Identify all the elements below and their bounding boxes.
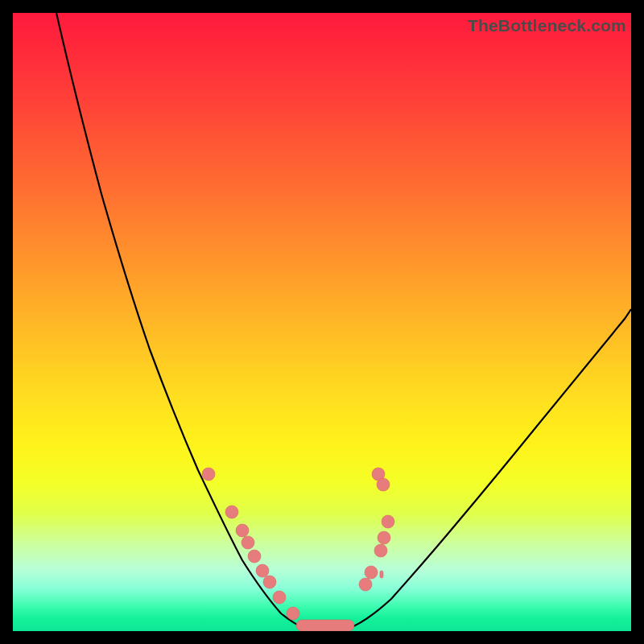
plot-area: TheBottleneck.com [13,13,631,631]
marker-right-tick [380,571,383,578]
marker-right-2 [378,531,390,544]
valley-pill [296,620,354,631]
marker-left-1 [225,506,238,518]
marker-left-5 [256,564,269,577]
marker-right-3 [374,544,387,557]
chart-stage: TheBottleneck.com [0,0,644,644]
marker-left-6 [263,576,276,588]
marker-left-outlier-1 [202,468,215,481]
curve-right [348,309,631,629]
marker-right-5 [359,578,372,591]
marker-left-2 [236,524,249,537]
marker-right-4 [365,566,378,579]
marker-left-3 [242,536,254,549]
curve-left [56,13,306,629]
chart-overlay [13,13,631,631]
marker-right-top-2 [377,478,390,491]
marker-left-4 [248,550,261,563]
marker-left-8 [287,607,299,620]
marker-right-1 [382,515,394,528]
marker-left-7 [273,591,286,604]
